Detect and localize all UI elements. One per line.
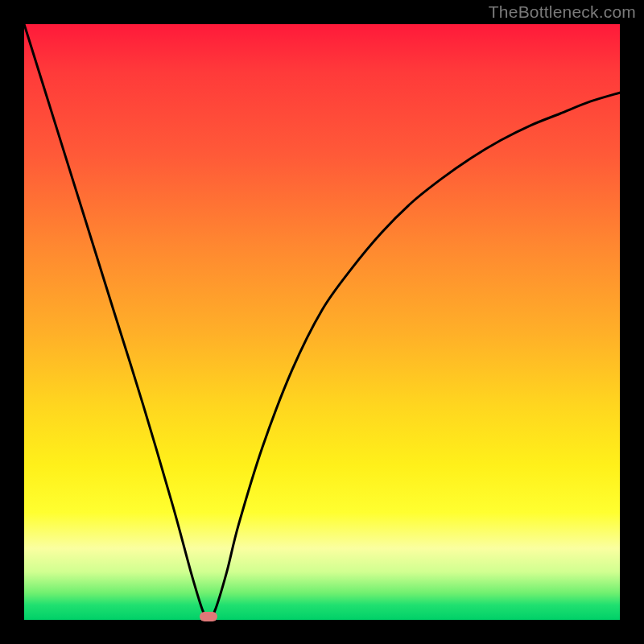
bottleneck-curve [24,24,620,620]
chart-stage: TheBottleneck.com [0,0,644,644]
curve-path [24,24,620,617]
dip-marker [200,612,217,621]
plot-area [24,24,620,620]
watermark-text: TheBottleneck.com [489,2,636,22]
